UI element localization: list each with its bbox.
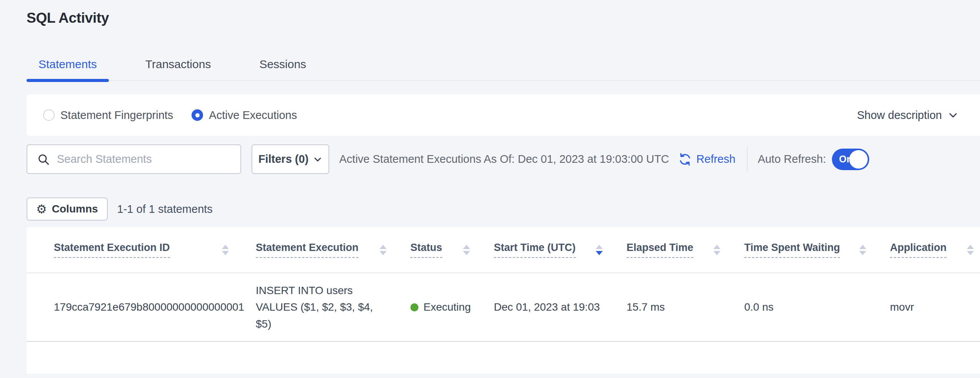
tab-statements[interactable]: Statements <box>27 56 109 80</box>
refresh-label: Refresh <box>697 153 736 166</box>
column-header-statement-execution-id[interactable]: Statement Execution ID <box>27 242 256 258</box>
sort-icon[interactable] <box>463 245 470 255</box>
cell-statement: INSERT INTO users VALUES ($1, $2, $3, $4… <box>256 282 406 332</box>
cell-application: movr <box>890 301 980 313</box>
refresh-button[interactable]: Refresh <box>678 152 736 167</box>
cell-execution-id: 179cca7921e679b80000000000000001 <box>27 301 256 313</box>
column-header-statement-execution[interactable]: Statement Execution <box>256 242 410 258</box>
table-controls: ⚙ Columns 1-1 of 1 statements <box>27 197 213 221</box>
filters-label: Filters (0) <box>258 153 309 166</box>
statements-count: 1-1 of 1 statements <box>117 203 213 216</box>
cell-elapsed-time: 15.7 ms <box>627 301 744 313</box>
columns-label: Columns <box>52 203 98 215</box>
tab-sessions[interactable]: Sessions <box>247 56 318 80</box>
radio-statement-fingerprints[interactable]: Statement Fingerprints <box>43 109 173 122</box>
cell-status: Executing <box>410 301 494 313</box>
status-dot-icon <box>410 303 418 311</box>
radio-label: Active Executions <box>209 109 297 122</box>
columns-button[interactable]: ⚙ Columns <box>27 197 108 221</box>
cell-start-time: Dec 01, 2023 at 19:03 <box>494 301 627 313</box>
sort-icon[interactable] <box>967 245 974 255</box>
chevron-down-icon <box>313 155 322 164</box>
auto-refresh-toggle[interactable]: On <box>832 149 869 170</box>
auto-refresh-label: Auto Refresh: <box>758 153 826 166</box>
column-header-elapsed-time[interactable]: Elapsed Time <box>627 242 744 258</box>
column-header-status[interactable]: Status <box>410 242 494 258</box>
divider <box>747 147 748 172</box>
column-header-application[interactable]: Application <box>890 242 980 258</box>
page-title: SQL Activity <box>27 10 109 26</box>
tab-bar: Statements Transactions Sessions <box>27 56 980 81</box>
radio-active-executions[interactable]: Active Executions <box>192 109 297 122</box>
sort-icon[interactable] <box>222 245 229 255</box>
toolbar: Filters (0) Active Statement Executions … <box>27 144 980 174</box>
view-options-card: Statement Fingerprints Active Executions… <box>27 94 980 136</box>
column-header-time-spent-waiting[interactable]: Time Spent Waiting <box>744 242 890 258</box>
refresh-icon <box>678 152 692 167</box>
search-input[interactable] <box>57 153 233 166</box>
show-description-label: Show description <box>857 109 942 122</box>
tab-transactions[interactable]: Transactions <box>133 56 223 80</box>
statements-table: Statement Execution ID Statement Executi… <box>27 227 980 374</box>
table-row[interactable]: 179cca7921e679b80000000000000001 INSERT … <box>27 273 980 342</box>
sort-icon[interactable] <box>713 245 720 255</box>
radio-selected-icon[interactable] <box>192 109 203 121</box>
sort-icon-active[interactable] <box>596 245 603 255</box>
sort-icon[interactable] <box>380 245 387 255</box>
as-of-text: Active Statement Executions As Of: Dec 0… <box>339 153 669 166</box>
radio-label: Statement Fingerprints <box>60 109 173 122</box>
search-box[interactable] <box>27 144 241 174</box>
cell-time-spent-waiting: 0.0 ns <box>744 301 890 313</box>
gear-icon: ⚙ <box>36 203 47 215</box>
search-icon <box>37 153 50 166</box>
show-description-button[interactable]: Show description <box>857 109 958 122</box>
radio-unselected-icon[interactable] <box>43 109 55 121</box>
status-label: Executing <box>423 301 471 313</box>
sql-activity-page: SQL Activity Statements Transactions Ses… <box>0 0 980 378</box>
chevron-down-icon <box>948 110 958 120</box>
column-header-start-time[interactable]: Start Time (UTC) <box>494 242 627 258</box>
sort-icon[interactable] <box>859 245 866 255</box>
toggle-knob-icon[interactable] <box>849 150 868 169</box>
filters-button[interactable]: Filters (0) <box>252 144 329 174</box>
table-header-row: Statement Execution ID Statement Executi… <box>27 227 980 273</box>
